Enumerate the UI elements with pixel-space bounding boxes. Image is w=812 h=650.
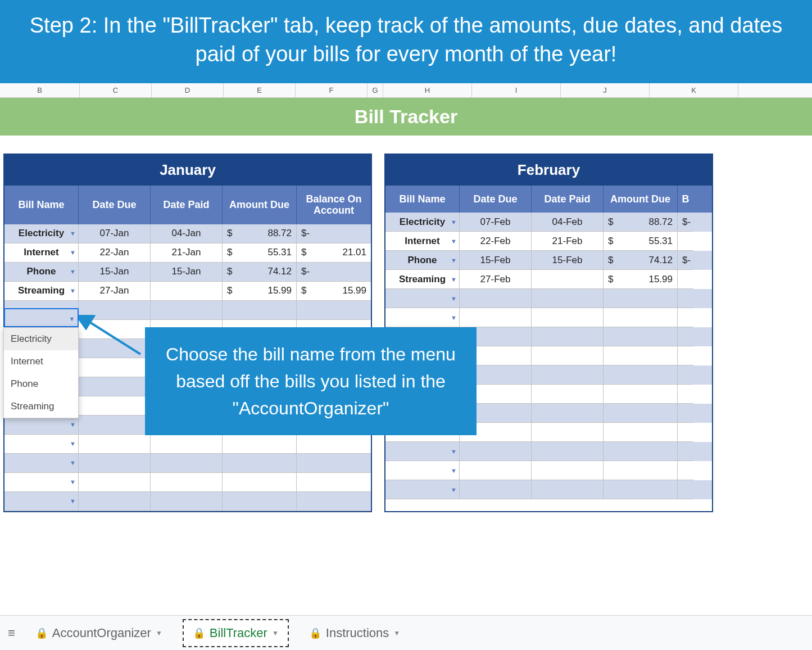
- chevron-down-icon[interactable]: ▼: [70, 498, 76, 504]
- billname-cell[interactable]: Streaming▼: [4, 282, 79, 301]
- empty-cell[interactable]: [151, 492, 223, 511]
- empty-cell[interactable]: [79, 396, 151, 416]
- chevron-down-icon[interactable]: ▼: [451, 219, 457, 225]
- empty-cell[interactable]: [604, 404, 678, 423]
- empty-cell[interactable]: [223, 454, 297, 473]
- empty-cell[interactable]: [604, 480, 678, 499]
- empty-cell[interactable]: [223, 492, 297, 511]
- billname-cell[interactable]: Streaming▼: [385, 270, 460, 289]
- active-cell[interactable]: ▼: [4, 308, 79, 327]
- empty-cell[interactable]: ▼: [385, 480, 460, 499]
- datepaid-cell[interactable]: [532, 270, 604, 289]
- empty-cell[interactable]: [532, 346, 604, 365]
- chevron-down-icon[interactable]: ▼: [451, 448, 457, 455]
- col-header[interactable]: B: [0, 83, 80, 97]
- chevron-down-icon[interactable]: ▼: [451, 276, 457, 283]
- empty-cell[interactable]: ▼: [4, 492, 79, 511]
- empty-cell[interactable]: [532, 480, 604, 499]
- empty-cell[interactable]: [678, 289, 693, 308]
- empty-cell[interactable]: [604, 308, 678, 327]
- empty-cell[interactable]: [678, 365, 693, 385]
- empty-cell[interactable]: [151, 435, 223, 454]
- chevron-down-icon[interactable]: ▼: [272, 629, 279, 637]
- amountdue-cell[interactable]: $55.31: [223, 243, 297, 263]
- empty-cell[interactable]: [79, 492, 151, 511]
- col-header[interactable]: H: [383, 83, 472, 97]
- empty-cell[interactable]: [79, 435, 151, 454]
- empty-cell[interactable]: [151, 301, 223, 320]
- chevron-down-icon[interactable]: ▼: [451, 238, 457, 245]
- datepaid-cell[interactable]: 15-Feb: [532, 251, 604, 270]
- empty-cell[interactable]: [297, 435, 371, 454]
- amountdue-cell[interactable]: $74.12: [604, 251, 678, 270]
- empty-cell[interactable]: [678, 461, 693, 480]
- empty-cell[interactable]: [678, 442, 693, 461]
- chevron-down-icon[interactable]: ▼: [393, 629, 400, 637]
- col-header[interactable]: K: [650, 83, 738, 97]
- empty-cell[interactable]: [79, 473, 151, 492]
- empty-cell[interactable]: ▼: [385, 442, 460, 461]
- empty-cell[interactable]: [532, 423, 604, 442]
- chevron-down-icon[interactable]: ▼: [70, 268, 76, 275]
- empty-cell[interactable]: [460, 480, 532, 499]
- datepaid-cell[interactable]: 04-Feb: [532, 213, 604, 232]
- amountdue-cell[interactable]: $55.31: [604, 232, 678, 251]
- billname-cell[interactable]: Internet▼: [385, 232, 460, 251]
- empty-cell[interactable]: [460, 442, 532, 461]
- billname-cell[interactable]: Electricity▼: [4, 224, 79, 243]
- billname-cell[interactable]: Phone▼: [385, 251, 460, 270]
- empty-cell[interactable]: ▼: [385, 308, 460, 327]
- empty-cell[interactable]: [604, 423, 678, 442]
- col-header[interactable]: I: [472, 83, 561, 97]
- chevron-down-icon[interactable]: ▼: [70, 440, 76, 447]
- empty-cell[interactable]: [532, 442, 604, 461]
- balance-cell[interactable]: $-: [297, 263, 371, 282]
- empty-cell[interactable]: [604, 385, 678, 404]
- datepaid-cell[interactable]: 04-Jan: [151, 224, 223, 243]
- amountdue-cell[interactable]: $15.99: [223, 282, 297, 301]
- balance-cell[interactable]: $-: [678, 251, 693, 270]
- datedue-cell[interactable]: 15-Feb: [460, 251, 532, 270]
- empty-cell[interactable]: [151, 454, 223, 473]
- empty-cell[interactable]: [678, 327, 693, 346]
- empty-cell[interactable]: [460, 289, 532, 308]
- chevron-down-icon[interactable]: ▼: [451, 257, 457, 264]
- billname-cell[interactable]: Electricity▼: [385, 213, 460, 232]
- dropdown-option[interactable]: Streaming: [4, 395, 78, 418]
- empty-cell[interactable]: [604, 289, 678, 308]
- datepaid-cell[interactable]: 15-Jan: [151, 263, 223, 282]
- empty-cell[interactable]: [604, 327, 678, 346]
- empty-cell[interactable]: [532, 289, 604, 308]
- balance-cell[interactable]: $-: [678, 213, 693, 232]
- datedue-cell[interactable]: 07-Feb: [460, 213, 532, 232]
- empty-cell[interactable]: ▼: [4, 435, 79, 454]
- balance-cell[interactable]: [678, 270, 693, 289]
- billname-cell[interactable]: Phone▼: [4, 263, 79, 282]
- tab-billtracker[interactable]: 🔒 BillTracker ▼: [183, 619, 289, 647]
- empty-cell[interactable]: [532, 404, 604, 423]
- empty-cell[interactable]: ▼: [385, 289, 460, 308]
- all-sheets-icon[interactable]: ≡: [8, 626, 15, 640]
- empty-cell[interactable]: [532, 461, 604, 480]
- tab-instructions[interactable]: 🔒 Instructions ▼: [300, 620, 409, 646]
- col-header[interactable]: G: [368, 83, 383, 97]
- empty-cell[interactable]: [79, 454, 151, 473]
- empty-cell[interactable]: [604, 442, 678, 461]
- datedue-cell[interactable]: 22-Jan: [79, 243, 151, 263]
- datepaid-cell[interactable]: 21-Jan: [151, 243, 223, 263]
- dropdown-option[interactable]: Electricity: [4, 328, 78, 350]
- datedue-cell[interactable]: 27-Jan: [79, 282, 151, 301]
- amountdue-cell[interactable]: $15.99: [604, 270, 678, 289]
- amountdue-cell[interactable]: $74.12: [223, 263, 297, 282]
- chevron-down-icon[interactable]: ▼: [451, 295, 457, 302]
- chevron-down-icon[interactable]: ▼: [70, 421, 76, 428]
- empty-cell[interactable]: [604, 365, 678, 385]
- chevron-down-icon[interactable]: ▼: [70, 230, 76, 237]
- chevron-down-icon[interactable]: ▼: [451, 314, 457, 321]
- chevron-down-icon[interactable]: ▼: [70, 249, 76, 256]
- amountdue-cell[interactable]: $88.72: [604, 213, 678, 232]
- empty-cell[interactable]: ▼: [4, 416, 79, 435]
- col-header[interactable]: E: [224, 83, 296, 97]
- chevron-down-icon[interactable]: ▼: [69, 315, 75, 322]
- empty-cell[interactable]: [604, 346, 678, 365]
